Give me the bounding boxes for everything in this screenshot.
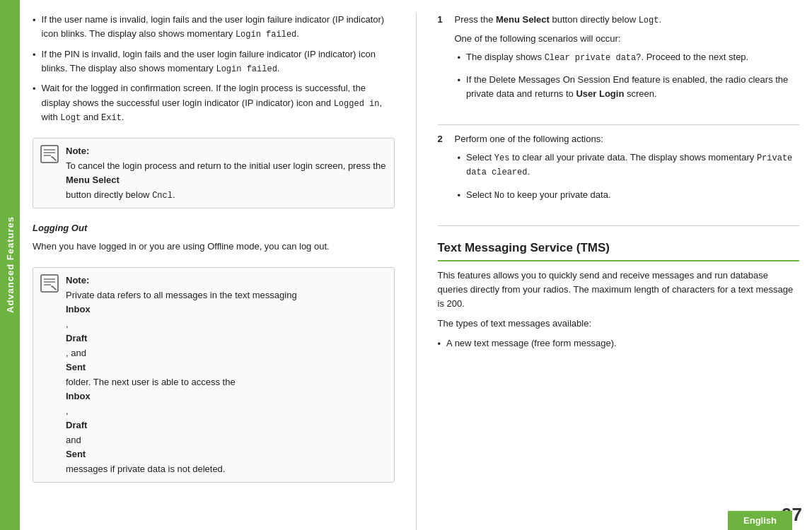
note-icon-2 <box>40 274 59 293</box>
step-1-sub-bullet-1: The display shows Clear private data?. P… <box>466 50 748 65</box>
note-box-1: Note: To cancel the login process and re… <box>33 138 395 209</box>
step-1: 1 Press the Menu Select button directly … <box>438 13 800 110</box>
note-text-2: Private data refers to all messages in t… <box>66 290 387 474</box>
note-label-2: Note: <box>66 273 387 288</box>
step-content-2: Perform one of the following actions: • … <box>455 132 800 211</box>
bullet-icon: • <box>33 48 36 62</box>
sidebar-label: Advanced Features <box>0 0 20 530</box>
note-content-1: Note: To cancel the login process and re… <box>66 144 387 203</box>
bullet-icon: • <box>438 337 441 351</box>
logging-out-para: When you have logged in or you are using… <box>33 240 395 254</box>
note-label-1: Note: <box>66 144 387 158</box>
step-content-1: Press the Menu Select button directly be… <box>455 13 800 110</box>
bullet-icon: • <box>458 151 461 165</box>
bullet-text-3: Wait for the logged in confirmation scre… <box>42 81 395 124</box>
bullet-text-1: If the user name is invalid, login fails… <box>42 13 395 42</box>
bullet-icon: • <box>33 13 36 28</box>
tms-para-2: The types of text messages available: <box>438 317 800 331</box>
step-2-sub-bullets: • Select Yes to clear all your private d… <box>455 151 800 207</box>
step-2-intro: Perform one of the following actions: <box>455 132 800 146</box>
bullet-icon: • <box>458 189 461 203</box>
page-container: Advanced Features • If the user name is … <box>0 0 812 530</box>
list-item: • Select Yes to clear all your private d… <box>458 151 800 184</box>
list-item: • The display shows Clear private data?.… <box>458 50 800 69</box>
tms-bullet-1: A new text message (free form message). <box>446 336 799 351</box>
list-item: • If the Delete Messages On Session End … <box>458 73 800 105</box>
step-1-sub-bullet-2: If the Delete Messages On Session End fe… <box>466 73 799 101</box>
step-1-intro: Press the Menu Select button directly be… <box>455 13 800 28</box>
note-text-1: To cancel the login process and return t… <box>66 160 387 200</box>
list-item: • A new text message (free form message)… <box>438 336 800 351</box>
note-content-2: Note: Private data refers to all message… <box>66 273 387 476</box>
step-2-sub-bullet-1: Select Yes to clear all your private dat… <box>466 151 799 179</box>
bullet-text-2: If the PIN is invalid, login fails and t… <box>42 47 395 76</box>
divider-2 <box>438 225 800 226</box>
step-1-sub-intro: One of the following scenarios will occu… <box>455 32 800 46</box>
logging-out-heading: Logging Out <box>33 221 395 235</box>
bullet-icon: • <box>458 51 461 65</box>
note-box-2: Note: Private data refers to all message… <box>33 267 395 483</box>
step-2: 2 Perform one of the following actions: … <box>438 132 800 211</box>
bullet-icon: • <box>33 82 36 96</box>
divider-1 <box>438 124 800 125</box>
list-item: • If the PIN is invalid, login fails and… <box>33 47 395 76</box>
english-badge: English <box>728 511 792 530</box>
right-column: 1 Press the Menu Select button directly … <box>416 13 800 530</box>
step-num-1: 1 <box>438 13 448 27</box>
left-column: • If the user name is invalid, login fai… <box>33 13 395 530</box>
step-1-sub-bullets: • The display shows Clear private data?.… <box>455 50 800 106</box>
step-2-sub-bullet-2: Select No to keep your private data. <box>466 188 610 203</box>
list-item: • If the user name is invalid, login fai… <box>33 13 395 42</box>
list-item: • Wait for the logged in confirmation sc… <box>33 81 395 124</box>
main-content: • If the user name is invalid, login fai… <box>20 0 812 530</box>
tms-heading: Text Messaging Service (TMS) <box>438 239 800 261</box>
tms-para-1: This features allows you to quickly send… <box>438 269 800 311</box>
bullet-icon: • <box>458 73 461 88</box>
list-item: • Select No to keep your private data. <box>458 188 800 207</box>
note-icon-1 <box>40 145 59 163</box>
step-num-2: 2 <box>438 132 448 146</box>
